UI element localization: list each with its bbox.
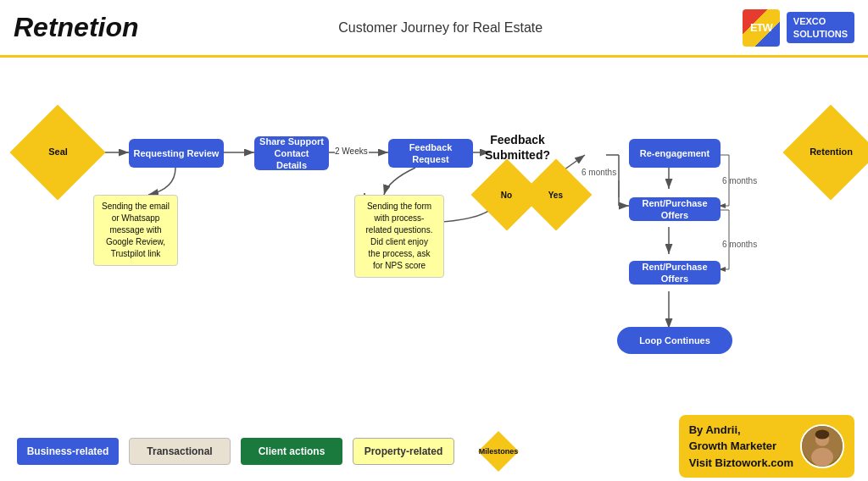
diagram: Seal Requesting Review Sending the email…: [0, 58, 868, 422]
two-weeks-label: 2 Weeks: [335, 147, 368, 156]
seal-label: Seal: [48, 147, 68, 158]
feedback-request-node: Feedback Request: [388, 139, 473, 168]
requesting-review-node: Requesting Review: [129, 139, 224, 168]
note-form: Sending the form with process- related q…: [354, 195, 444, 278]
retention-node: Retention: [782, 104, 868, 200]
months-label-1: 6 months: [581, 168, 616, 177]
legend-transactional: Transactional: [129, 438, 231, 465]
logo-area: ETW VEXCOSOLUTIONS: [743, 9, 854, 47]
page-subtitle: Customer Journey for Real Estate: [139, 20, 743, 36]
legend-milestones-label: Milestones: [479, 447, 519, 456]
loop-continues-node: Loop Continues: [617, 327, 732, 354]
months-label-2: 6 months: [722, 176, 757, 185]
header: Retnetion Customer Journey for Real Esta…: [0, 0, 868, 58]
rent-purchase-2-node: Rent/Purchase Offers: [629, 261, 721, 285]
rent-purchase-1-node: Rent/Purchase Offers: [629, 197, 721, 221]
note-email: Sending the email or Whatsapp message wi…: [93, 195, 178, 266]
months-label-3: 6 months: [722, 240, 757, 249]
legend-milestones: Milestones: [465, 435, 532, 467]
avatar: [800, 424, 844, 468]
branding-box: By Andrii, Growth Marketer Visit Biztowo…: [679, 415, 854, 478]
reengagement-node: Re-engagement: [629, 139, 721, 168]
svg-point-22: [811, 447, 833, 466]
vexco-logo: VEXCOSOLUTIONS: [787, 12, 854, 43]
svg-point-23: [815, 429, 830, 439]
seal-node: Seal: [9, 104, 105, 200]
legend-transactional-box: Transactional: [129, 438, 231, 465]
feedback-submitted-label: Feedback Submitted?: [485, 132, 550, 163]
legend-business: Business-related: [17, 438, 119, 465]
share-support-node: Share Support Contact Details: [254, 136, 329, 170]
legend-client: Client actions: [241, 438, 342, 465]
app-title: Retnetion: [14, 12, 139, 43]
legend-property: Property-related: [353, 438, 454, 465]
legend-property-box: Property-related: [353, 438, 454, 465]
etw-logo: ETW: [743, 9, 780, 47]
retention-label: Retention: [810, 147, 853, 158]
legend-client-box: Client actions: [241, 438, 342, 465]
legend-business-box: Business-related: [17, 438, 119, 465]
branding-text: By Andrii, Growth Marketer Visit Biztowo…: [689, 422, 793, 472]
